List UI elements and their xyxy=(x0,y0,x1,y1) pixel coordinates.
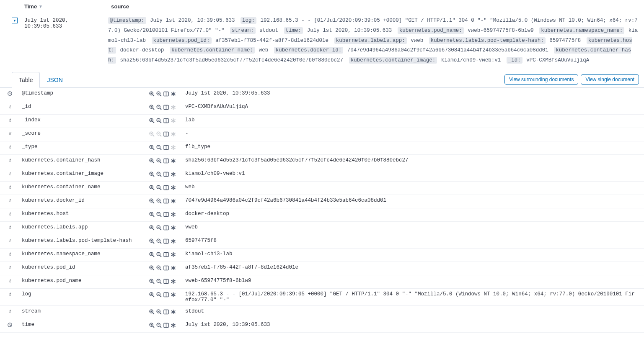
field-value: kiamol-ch13-lab xyxy=(184,248,644,262)
filter-out-value-icon[interactable] xyxy=(155,251,163,258)
view-surrounding-button[interactable]: View surrounding documents xyxy=(504,74,579,85)
filter-exists-icon[interactable] xyxy=(170,157,177,164)
filter-exists-icon[interactable] xyxy=(170,264,177,272)
document-row: ▼ July 1st 2020, 10:39:05.633 @timestamp… xyxy=(0,13,644,68)
filter-for-value-icon[interactable] xyxy=(148,184,155,191)
toggle-column-icon[interactable] xyxy=(163,322,170,329)
field-type: t xyxy=(0,275,20,288)
filter-exists-icon[interactable] xyxy=(170,224,177,231)
toggle-column-icon[interactable] xyxy=(163,144,170,151)
tab-table[interactable]: Table xyxy=(12,72,40,88)
filter-exists-icon[interactable] xyxy=(170,131,177,138)
field-type: t xyxy=(0,101,20,114)
filter-for-value-icon[interactable] xyxy=(148,308,155,315)
field-value: 192.168.65.3 - - [01/Jul/2020:09:39:05 +… xyxy=(184,288,644,305)
filter-for-value-icon[interactable] xyxy=(148,104,155,111)
filter-out-value-icon[interactable] xyxy=(155,184,163,191)
filter-for-value-icon[interactable] xyxy=(148,251,155,258)
toggle-column-icon[interactable] xyxy=(163,104,170,111)
filter-exists-icon[interactable] xyxy=(170,238,177,245)
column-header-time[interactable]: Time ▼ xyxy=(24,3,108,10)
filter-for-value-icon[interactable] xyxy=(148,291,155,298)
filter-out-value-icon[interactable] xyxy=(155,224,163,231)
source-field-value: vweb xyxy=(411,38,427,44)
filter-out-value-icon[interactable] xyxy=(155,238,163,245)
filter-out-value-icon[interactable] xyxy=(155,144,163,151)
source-field-value: July 1st 2020, 10:39:05.633 xyxy=(150,18,238,23)
filter-out-value-icon[interactable] xyxy=(155,157,163,164)
filter-out-value-icon[interactable] xyxy=(155,90,163,97)
filter-for-value-icon[interactable] xyxy=(148,224,155,231)
filter-exists-icon[interactable] xyxy=(170,322,177,329)
field-type: t xyxy=(0,235,20,248)
toggle-column-icon[interactable] xyxy=(163,184,170,191)
field-row: t_idvPC-CXMBfsAUuVuljiqA xyxy=(0,101,644,114)
field-actions xyxy=(147,141,184,154)
toggle-column-icon[interactable] xyxy=(163,211,170,218)
filter-for-value-icon[interactable] xyxy=(148,211,155,218)
filter-out-value-icon[interactable] xyxy=(155,131,163,138)
filter-exists-icon[interactable] xyxy=(170,104,177,111)
toggle-column-icon[interactable] xyxy=(163,131,170,138)
filter-exists-icon[interactable] xyxy=(170,184,177,191)
filter-out-value-icon[interactable] xyxy=(155,211,163,218)
view-single-button[interactable]: View single document xyxy=(581,74,639,85)
filter-for-value-icon[interactable] xyxy=(148,264,155,272)
toggle-column-icon[interactable] xyxy=(163,264,170,272)
filter-exists-icon[interactable] xyxy=(170,90,177,97)
filter-exists-icon[interactable] xyxy=(170,144,177,151)
filter-out-value-icon[interactable] xyxy=(155,197,163,205)
toggle-column-icon[interactable] xyxy=(163,224,170,231)
toggle-column-icon[interactable] xyxy=(163,251,170,258)
filter-out-value-icon[interactable] xyxy=(155,308,163,315)
text-type-icon: t xyxy=(9,117,10,123)
filter-out-value-icon[interactable] xyxy=(155,117,163,124)
tab-json[interactable]: JSON xyxy=(40,72,70,88)
filter-exists-icon[interactable] xyxy=(170,251,177,258)
filter-out-value-icon[interactable] xyxy=(155,104,163,111)
field-value: - xyxy=(184,128,644,141)
fields-table: @timestampJuly 1st 2020, 10:39:05.633t_i… xyxy=(0,88,644,333)
filter-out-value-icon[interactable] xyxy=(155,322,163,329)
filter-for-value-icon[interactable] xyxy=(148,322,155,329)
filter-for-value-icon[interactable] xyxy=(148,197,155,205)
filter-for-value-icon[interactable] xyxy=(148,238,155,245)
filter-for-value-icon[interactable] xyxy=(148,117,155,124)
filter-for-value-icon[interactable] xyxy=(148,131,155,138)
toggle-column-icon[interactable] xyxy=(163,308,170,315)
filter-for-value-icon[interactable] xyxy=(148,90,155,97)
toggle-column-icon[interactable] xyxy=(163,90,170,97)
filter-out-value-icon[interactable] xyxy=(155,264,163,272)
field-value: July 1st 2020, 10:39:05.633 xyxy=(184,319,644,332)
filter-out-value-icon[interactable] xyxy=(155,278,163,285)
filter-exists-icon[interactable] xyxy=(170,308,177,315)
field-type: t xyxy=(0,181,20,195)
filter-exists-icon[interactable] xyxy=(170,291,177,298)
filter-exists-icon[interactable] xyxy=(170,171,177,178)
toggle-column-icon[interactable] xyxy=(163,278,170,285)
filter-for-value-icon[interactable] xyxy=(148,157,155,164)
field-name: @timestamp xyxy=(20,88,147,101)
filter-exists-icon[interactable] xyxy=(170,211,177,218)
filter-out-value-icon[interactable] xyxy=(155,171,163,178)
filter-for-value-icon[interactable] xyxy=(148,171,155,178)
field-type: t xyxy=(0,305,20,319)
filter-for-value-icon[interactable] xyxy=(148,144,155,151)
filter-out-value-icon[interactable] xyxy=(155,291,163,298)
source-field-value: vweb-65974775f8-6blw9 xyxy=(468,28,537,33)
toggle-column-icon[interactable] xyxy=(163,238,170,245)
filter-exists-icon[interactable] xyxy=(170,278,177,285)
toggle-column-icon[interactable] xyxy=(163,171,170,178)
field-name: _score xyxy=(20,128,147,141)
column-header-source[interactable]: _source xyxy=(108,3,644,10)
toggle-column-icon[interactable] xyxy=(163,291,170,298)
collapse-toggle[interactable]: ▼ xyxy=(12,18,18,23)
filter-exists-icon[interactable] xyxy=(170,117,177,124)
field-row: tstreamstdout xyxy=(0,305,644,319)
filter-for-value-icon[interactable] xyxy=(148,278,155,285)
toggle-column-icon[interactable] xyxy=(163,157,170,164)
toggle-column-icon[interactable] xyxy=(163,197,170,205)
filter-exists-icon[interactable] xyxy=(170,197,177,205)
source-field-key: kubernetes.container_name: xyxy=(170,47,255,54)
toggle-column-icon[interactable] xyxy=(163,117,170,124)
